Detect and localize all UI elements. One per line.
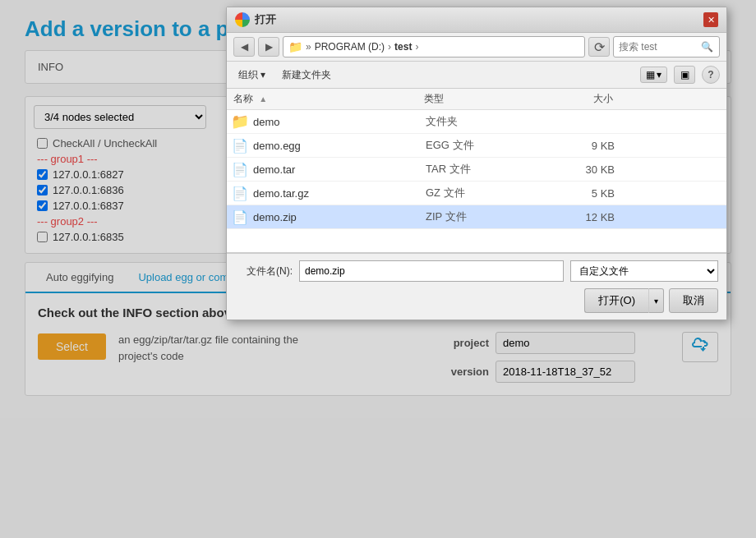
file-type-demo-egg: EGG 文件: [426, 138, 557, 153]
dialog-actions: 组织 ▾ 新建文件夹 ▦ ▾ ▣ ?: [227, 62, 726, 89]
open-button[interactable]: 打开(O): [584, 288, 648, 313]
dialog-title-left: 打开: [235, 12, 276, 27]
file-size-demo-tar: 30 KB: [557, 163, 623, 176]
dialog-titlebar: 打开 ✕: [227, 7, 726, 33]
panel-button[interactable]: ▣: [674, 66, 695, 84]
open-dropdown-button[interactable]: ▾: [648, 288, 664, 313]
file-icon-demo-tar: 📄: [232, 161, 248, 177]
path-bar: 📁 » PROGRAM (D:) › test ›: [283, 36, 585, 57]
search-icon-button[interactable]: 🔍: [701, 41, 713, 53]
file-row-demo-tar-gz[interactable]: 📄 demo.tar.gz GZ 文件 5 KB: [227, 182, 726, 205]
dialog-close-button[interactable]: ✕: [703, 12, 718, 27]
file-row-demo-tar[interactable]: 📄 demo.tar TAR 文件 30 KB: [227, 158, 726, 182]
file-name-demo-zip: demo.zip: [253, 211, 426, 223]
path-segment-program[interactable]: PROGRAM (D:): [315, 41, 385, 53]
file-size-demo-tar-gz: 5 KB: [557, 187, 623, 200]
cancel-button[interactable]: 取消: [669, 288, 718, 313]
path-segment-test[interactable]: test: [394, 41, 412, 53]
organize-button[interactable]: 组织 ▾: [233, 67, 270, 84]
dialog-toolbar: ◀ ▶ 📁 » PROGRAM (D:) › test › ⟳ 🔍: [227, 33, 726, 62]
filename-label: 文件名(N):: [235, 264, 293, 278]
file-type-demo-zip: ZIP 文件: [426, 209, 557, 224]
dialog-buttons: 打开(O) ▾ 取消: [235, 288, 718, 313]
path-separator-1: »: [306, 41, 311, 53]
file-name-demo: demo: [253, 116, 426, 128]
file-size-demo-egg: 9 KB: [557, 140, 623, 152]
filelist-header: 名称 ▲ 类型 大小: [227, 89, 726, 110]
path-folder-icon: 📁: [288, 40, 302, 53]
view-arrow: ▾: [657, 69, 662, 80]
file-icon-demo-tar-gz: 📄: [232, 185, 248, 201]
col-size-header: 大小: [555, 92, 621, 106]
help-icon-button[interactable]: ?: [702, 66, 720, 84]
dialog-bottom: 文件名(N): 自定义文件 打开(O) ▾ 取消: [227, 253, 726, 320]
file-name-demo-tar-gz: demo.tar.gz: [253, 187, 426, 200]
view-button[interactable]: ▦ ▾: [640, 67, 667, 83]
file-row-demo[interactable]: 📁 demo 文件夹: [227, 110, 726, 134]
file-name-demo-tar: demo.tar: [253, 163, 426, 176]
chrome-icon: [235, 12, 250, 27]
file-row-demo-zip[interactable]: 📄 demo.zip ZIP 文件 12 KB: [227, 205, 726, 229]
file-type-demo-tar-gz: GZ 文件: [426, 186, 557, 200]
file-open-dialog: 打开 ✕ ◀ ▶ 📁 » PROGRAM (D:) › test › ⟳ 🔍 组…: [226, 7, 727, 320]
refresh-button[interactable]: ⟳: [588, 37, 610, 57]
dialog-title-text: 打开: [255, 12, 276, 27]
file-icon-demo-zip: 📄: [232, 209, 248, 225]
back-button[interactable]: ◀: [233, 37, 255, 57]
file-list: 名称 ▲ 类型 大小 📁 demo 文件夹 📄 demo.egg EGG 文件 …: [227, 89, 726, 253]
col-type-header: 类型: [424, 92, 555, 106]
folder-icon-demo: 📁: [232, 113, 248, 130]
forward-button[interactable]: ▶: [258, 37, 279, 57]
view-icon: ▦: [646, 69, 655, 80]
path-separator-2: ›: [388, 41, 391, 53]
file-name-demo-egg: demo.egg: [253, 140, 426, 152]
file-size-demo-zip: 12 KB: [557, 211, 623, 223]
file-row-demo-egg[interactable]: 📄 demo.egg EGG 文件 9 KB: [227, 134, 726, 158]
search-input[interactable]: [619, 41, 701, 53]
file-type-demo: 文件夹: [426, 114, 557, 129]
search-bar: 🔍: [613, 36, 720, 57]
file-type-demo-tar: TAR 文件: [426, 162, 557, 177]
filetype-select[interactable]: 自定义文件: [570, 260, 718, 282]
file-icon-demo-egg: 📄: [232, 137, 248, 154]
filename-row: 文件名(N): 自定义文件: [235, 260, 718, 282]
path-separator-3: ›: [415, 41, 418, 53]
filename-input[interactable]: [299, 260, 564, 282]
col-name-header: 名称 ▲: [227, 92, 424, 106]
new-folder-button[interactable]: 新建文件夹: [277, 67, 336, 84]
open-btn-group: 打开(O) ▾: [584, 288, 664, 313]
